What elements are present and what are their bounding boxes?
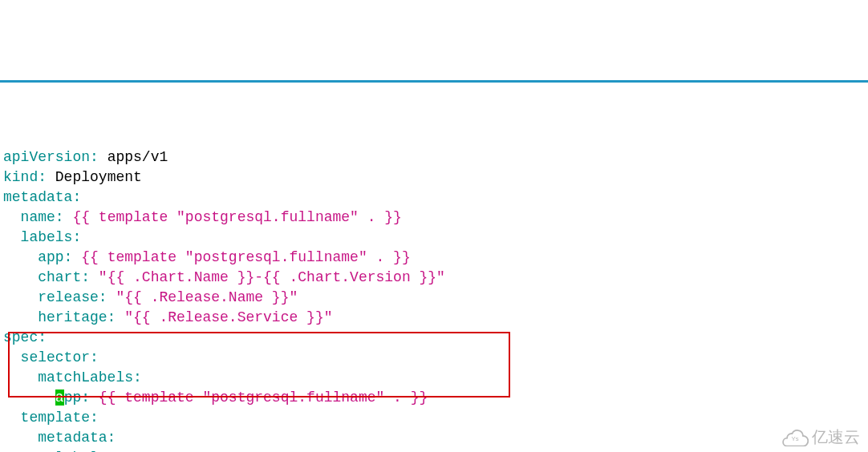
yaml-key: labels: (3, 229, 81, 245)
top-accent-bar (0, 80, 868, 83)
yaml-key: chart: (3, 269, 90, 285)
yaml-key: release: (3, 289, 107, 305)
yaml-value: apps/v1 (99, 149, 168, 165)
yaml-key: matchLabels: (3, 369, 142, 385)
yaml-string: "{{ .Release.Service }}" (116, 309, 332, 325)
cursor-char: a (55, 389, 64, 406)
yaml-key: metadata: (3, 189, 81, 205)
yaml-key: heritage: (3, 309, 116, 325)
yaml-key: spec: (3, 329, 47, 345)
yaml-code-block: apiVersion: apps/v1 kind: Deployment met… (0, 123, 868, 452)
yaml-key: pp: (64, 389, 90, 406)
yaml-key: kind: (3, 169, 47, 185)
yaml-key: app: (3, 249, 72, 265)
yaml-key: apiVersion: (3, 149, 99, 165)
template-expr: {{ template "postgresql.fullname" . }} (72, 249, 410, 265)
yaml-key: name: (3, 209, 64, 225)
yaml-string: "{{ .Chart.Name }}-{{ .Chart.Version }}" (90, 269, 445, 285)
watermark: Ys 亿速云 (781, 427, 860, 447)
yaml-string: "{{ .Release.Name }}" (107, 289, 298, 305)
template-expr: {{ template "postgresql.fullname" . }} (90, 389, 428, 406)
svg-text:Ys: Ys (791, 435, 798, 442)
indent (3, 389, 55, 406)
yaml-key: selector: (3, 349, 99, 365)
watermark-text: 亿速云 (812, 427, 860, 447)
cloud-icon: Ys (781, 429, 809, 446)
yaml-key: metadata: (3, 430, 116, 446)
yaml-key: template: (3, 410, 99, 426)
template-expr: {{ template "postgresql.fullname" . }} (64, 209, 402, 225)
yaml-value: Deployment (47, 169, 142, 185)
